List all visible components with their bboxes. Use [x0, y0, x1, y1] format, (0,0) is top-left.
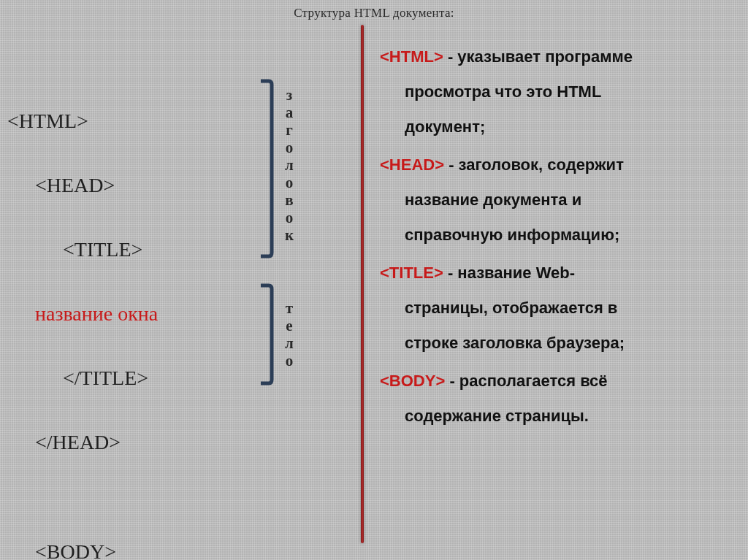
body-section-label: тело	[280, 299, 298, 369]
tag-definitions: <HTML> - указывает программе просмотра ч…	[380, 39, 739, 437]
code-line-title-open: <TITLE>	[7, 234, 205, 266]
def-body-term: <BODY>	[380, 372, 445, 390]
def-body-text1: располагается всё	[459, 372, 608, 390]
def-html-text1: указывает программе	[457, 47, 633, 66]
def-sep: -	[445, 372, 459, 390]
code-line-body-open: <BODY>	[7, 536, 205, 560]
body-bracket-icon	[259, 283, 275, 386]
def-sep: -	[443, 47, 458, 66]
def-title-term: <TITLE>	[380, 264, 443, 282]
def-html-text2: просмотра что это HTML	[380, 74, 739, 110]
def-sep: -	[443, 264, 458, 282]
def-body: <BODY> - располагается всё содержание ст…	[380, 364, 739, 434]
code-line-head-close: </HEAD>	[7, 426, 205, 459]
head-bracket-icon	[259, 79, 275, 258]
def-body-text2: содержание страницы.	[380, 399, 739, 434]
code-line-title-close: </TITLE>	[7, 362, 205, 394]
code-line-title-content: название окна	[7, 298, 205, 330]
def-head-text3: справочную информацию;	[380, 218, 739, 253]
def-title-text2: страницы, отображается в	[380, 291, 739, 326]
code-line-html-open: <HTML>	[7, 105, 205, 137]
def-head: <HEAD> - заголовок, содержит название до…	[380, 147, 739, 253]
def-head-text2: название документа и	[380, 183, 739, 218]
def-head-term: <HEAD>	[380, 156, 444, 174]
def-head-text1: заголовок, содержит	[459, 156, 624, 174]
def-sep: -	[444, 156, 459, 174]
vertical-divider	[361, 25, 364, 543]
code-line-head-open: <HEAD>	[7, 169, 205, 202]
def-title-text3: строке заголовка браузера;	[380, 326, 739, 361]
page-title: Структура HTML документа:	[0, 6, 748, 20]
code-gap	[7, 491, 205, 504]
def-html: <HTML> - указывает программе просмотра ч…	[380, 39, 739, 145]
def-html-text3: документ;	[380, 110, 739, 145]
html-structure-code: <HTML> <HEAD> <TITLE> название окна </TI…	[7, 73, 205, 560]
def-title-text1: название Web-	[457, 264, 575, 282]
def-html-term: <HTML>	[380, 47, 443, 66]
head-section-label: заголовок	[280, 86, 298, 244]
def-title: <TITLE> - название Web- страницы, отобра…	[380, 256, 739, 361]
